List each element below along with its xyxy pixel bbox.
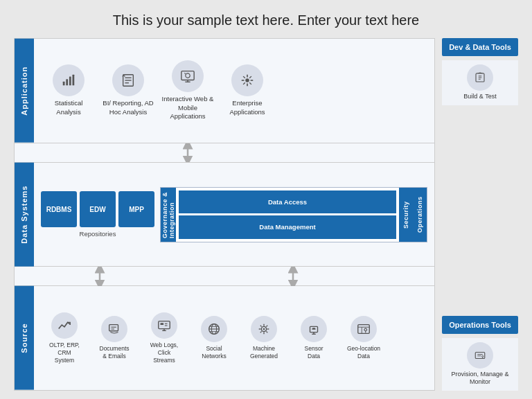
social-item: SocialNetworks — [190, 316, 238, 360]
svg-rect-25 — [109, 325, 118, 331]
machine-label: MachineGenerated — [250, 345, 278, 360]
edw-box: EDW — [80, 191, 116, 227]
svg-rect-31 — [161, 323, 164, 325]
sensor-label: SensorData — [305, 345, 323, 360]
svg-rect-54 — [358, 325, 370, 334]
build-test-icon — [467, 64, 493, 91]
build-test-item: Build & Test — [442, 60, 518, 105]
svg-rect-0 — [63, 82, 65, 86]
governance-block: Governance &Integration Data Access Data… — [160, 187, 427, 242]
stat-analysis-icon — [53, 64, 85, 96]
build-test-label: Build & Test — [463, 93, 496, 101]
enterprise-apps-icon — [231, 64, 263, 96]
page-title: This is your sample text here. Enter you… — [14, 12, 518, 28]
provision-label: Provision, Manage & Monitor — [445, 371, 515, 387]
svg-point-11 — [186, 73, 190, 78]
data-management-box: Data Management — [179, 215, 396, 239]
sensor-icon — [301, 316, 327, 342]
data-access-box: Data Access — [179, 190, 396, 214]
geolocation-label: Geo-locationData — [347, 345, 380, 360]
diagram-area: Application StatisticalAnalysis — [14, 38, 435, 391]
operations-col: Operations — [413, 188, 427, 242]
application-label: Application — [15, 39, 34, 143]
oltp-icon — [51, 312, 78, 339]
svg-rect-8 — [181, 71, 194, 80]
repos-boxes: RDBMS EDW MPP — [41, 191, 154, 227]
svg-rect-2 — [69, 77, 71, 86]
bi-reporting-icon — [112, 64, 144, 96]
svg-line-19 — [249, 83, 251, 85]
stat-analysis-label: StatisticalAnalysis — [55, 99, 83, 116]
enterprise-apps-item: EnterpriseApplications — [220, 64, 275, 116]
interactive-web-item: Interactive Web &Mobile Applications — [160, 60, 215, 121]
geolocation-icon — [351, 316, 377, 342]
weblogs-label: Web Logs,ClickStreams — [150, 342, 178, 364]
weblogs-item: Web Logs,ClickStreams — [141, 312, 188, 364]
arrow-row-2 — [15, 267, 434, 286]
main-container: Application StatisticalAnalysis — [14, 38, 518, 391]
provision-icon — [467, 342, 493, 369]
arrow-row-1 — [15, 143, 434, 163]
documents-item: Documents& Emails — [91, 316, 138, 360]
svg-line-20 — [249, 77, 251, 79]
enterprise-apps-label: EnterpriseApplications — [229, 99, 265, 116]
svg-rect-63 — [475, 352, 485, 358]
svg-rect-1 — [66, 80, 68, 86]
documents-label: Documents& Emails — [100, 345, 130, 360]
source-label: Source — [15, 286, 34, 390]
provision-item: Provision, Manage & Monitor — [442, 338, 518, 391]
geolocation-item: Geo-locationData — [340, 316, 387, 360]
weblogs-icon — [151, 312, 177, 339]
rdbms-box: RDBMS — [41, 191, 77, 227]
dev-data-tools-btn[interactable]: Dev & Data Tools — [442, 38, 518, 56]
row-application: Application StatisticalAnalysis — [15, 39, 434, 143]
svg-rect-53 — [312, 328, 315, 329]
svg-line-45 — [260, 326, 262, 327]
bi-reporting-label: BI/ Reporting, ADHoc Analysis — [103, 99, 153, 116]
row-source: Source OLTP, ERP,CRMSystem — [15, 286, 434, 390]
datasystems-content: RDBMS EDW MPP Repositories Governance &I… — [34, 163, 434, 267]
svg-rect-3 — [73, 75, 75, 86]
repos-label: Repositories — [80, 230, 116, 238]
application-content: StatisticalAnalysis BI/ Reporting, ADHoc… — [34, 39, 434, 143]
source-content: OLTP, ERP,CRMSystem Documents& Emails — [34, 286, 434, 390]
svg-rect-28 — [159, 321, 170, 328]
svg-line-47 — [266, 326, 267, 327]
machine-icon — [251, 316, 277, 342]
repos-group: RDBMS EDW MPP Repositories — [41, 191, 154, 238]
svg-line-18 — [243, 77, 245, 79]
datasystems-label: Data Systems — [15, 163, 34, 267]
svg-line-21 — [243, 83, 245, 85]
interactive-web-label: Interactive Web &Mobile Applications — [160, 95, 215, 121]
ds-inner: RDBMS EDW MPP Repositories Governance &I… — [41, 187, 427, 242]
svg-point-57 — [364, 328, 367, 331]
row-datasystems: Data Systems RDBMS EDW MPP Repositories — [15, 163, 434, 267]
interactive-web-icon — [172, 60, 204, 92]
social-icon — [201, 316, 227, 342]
oltp-label: OLTP, ERP,CRMSystem — [49, 342, 80, 364]
right-panel: Dev & Data Tools Build & Test Operations… — [442, 38, 518, 391]
svg-line-46 — [266, 331, 267, 332]
stat-analysis-item: StatisticalAnalysis — [41, 64, 96, 116]
security-col: Security — [399, 188, 413, 242]
svg-line-12 — [184, 73, 185, 74]
ops-tools-btn[interactable]: Operations Tools — [442, 316, 518, 334]
gov-center: Data Access Data Management — [176, 188, 399, 242]
documents-icon — [101, 316, 127, 342]
sensor-item: SensorData — [290, 316, 337, 360]
svg-point-66 — [482, 355, 484, 357]
svg-point-13 — [245, 79, 249, 83]
svg-point-40 — [263, 328, 265, 330]
social-label: SocialNetworks — [202, 345, 226, 360]
mpp-box: MPP — [118, 191, 154, 227]
machine-item: MachineGenerated — [240, 316, 287, 360]
governance-label: Governance &Integration — [161, 188, 176, 242]
svg-line-48 — [260, 331, 262, 332]
oltp-item: OLTP, ERP,CRMSystem — [41, 312, 88, 364]
bi-reporting-item: BI/ Reporting, ADHoc Analysis — [100, 64, 156, 116]
